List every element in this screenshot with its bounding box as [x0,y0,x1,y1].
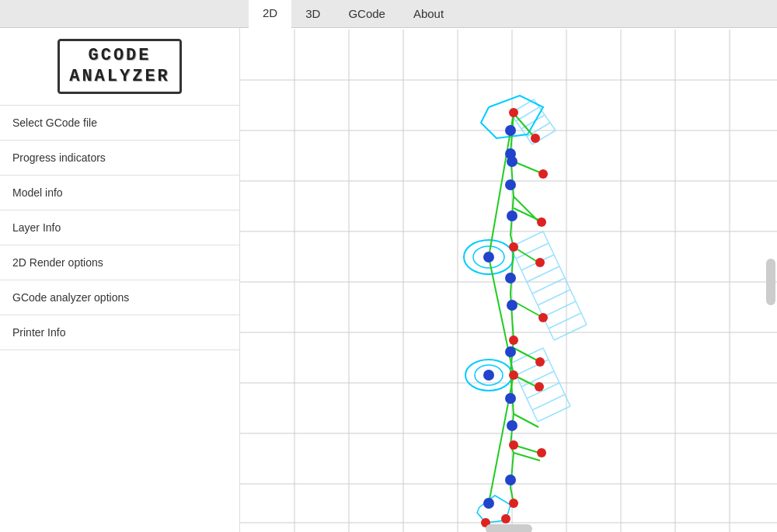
svg-point-77 [509,499,518,508]
tab-gcode[interactable]: GCode [334,0,399,28]
svg-point-65 [531,134,540,143]
svg-point-86 [507,300,517,311]
svg-point-88 [483,370,494,381]
svg-point-93 [505,148,516,159]
svg-point-67 [537,217,546,227]
logo-area: GCODE ANALYZER [0,28,239,106]
tab-3d[interactable]: 3D [291,0,334,28]
svg-point-69 [535,258,545,267]
tabs-bar: 2D 3D GCode About [0,0,777,28]
svg-point-79 [501,514,510,523]
svg-point-80 [505,125,516,136]
logo-line1: GCODE [69,46,170,66]
svg-point-87 [505,346,516,357]
logo-box: GCODE ANALYZER [57,39,182,94]
sidebar-item-layer-info[interactable]: Layer Info [0,210,239,245]
svg-point-71 [509,336,518,345]
sidebar-item-analyzer-options[interactable]: GCode analyzer options [0,280,239,315]
svg-point-84 [483,252,494,263]
sidebar-item-model-info[interactable]: Model info [0,176,239,210]
logo-line2: ANALYZER [69,67,170,87]
sidebar: GCODE ANALYZER Select GCode file Progres… [0,28,240,532]
scrollbar-vertical[interactable] [766,259,775,305]
svg-point-92 [483,498,494,509]
gcode-view [240,28,777,532]
svg-point-74 [535,382,544,391]
svg-point-72 [535,357,545,367]
svg-point-68 [509,242,518,252]
svg-point-83 [507,210,517,221]
sidebar-item-printer-info[interactable]: Printer Info [0,315,239,350]
svg-point-89 [505,393,516,404]
sidebar-item-select-gcode[interactable]: Select GCode file [0,106,239,141]
svg-point-82 [505,179,516,190]
svg-point-76 [537,448,546,457]
canvas-area[interactable] [240,28,777,532]
svg-point-90 [507,420,517,431]
sidebar-item-progress-indicators[interactable]: Progress indicators [0,141,239,176]
tab-about[interactable]: About [399,0,458,28]
svg-point-73 [509,370,518,380]
svg-point-75 [509,440,518,450]
svg-point-66 [538,169,548,179]
app: 2D 3D GCode About GCODE ANALYZER Select … [0,0,777,532]
svg-point-70 [538,313,548,322]
main-layout: GCODE ANALYZER Select GCode file Progres… [0,28,777,532]
svg-point-91 [505,475,516,485]
svg-point-85 [505,273,516,283]
svg-point-64 [509,108,518,117]
tab-2d[interactable]: 2D [249,0,291,28]
sidebar-item-render-options[interactable]: 2D Render options [0,245,239,280]
scrollbar-horizontal[interactable] [486,524,532,532]
